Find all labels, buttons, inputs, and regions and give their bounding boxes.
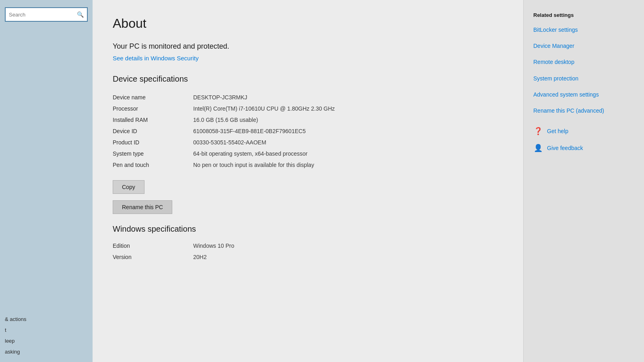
protection-text: Your PC is monitored and protected. xyxy=(113,42,499,51)
give-feedback-icon: 👤 xyxy=(533,143,543,153)
spec-value: 64-bit operating system, x64-based proce… xyxy=(193,148,499,159)
see-details-link[interactable]: See details in Windows Security xyxy=(113,55,198,62)
table-row: Installed RAM16.0 GB (15.6 GB usable) xyxy=(113,114,499,125)
device-specs-title: Device specifications xyxy=(113,74,499,84)
related-settings-link[interactable]: System protection xyxy=(533,75,634,82)
table-row: ProcessorIntel(R) Core(TM) i7-10610U CPU… xyxy=(113,103,499,114)
sidebar-item-t: t xyxy=(5,325,88,335)
spec-value: 00330-53051-55402-AAOEM xyxy=(193,137,499,148)
search-icon: 🔍 xyxy=(77,11,84,18)
copy-button[interactable]: Copy xyxy=(113,180,144,194)
spec-label: Product ID xyxy=(113,137,193,148)
spec-value: DESKTOP-JC3RMKJ xyxy=(193,92,499,103)
main-content: About Your PC is monitored and protected… xyxy=(93,0,523,362)
page-title: About xyxy=(113,16,499,31)
rename-pc-button[interactable]: Rename this PC xyxy=(113,200,172,214)
button-group: Copy Rename this PC xyxy=(113,180,499,220)
spec-label: Installed RAM xyxy=(113,114,193,125)
spec-label: Edition xyxy=(113,240,193,251)
related-settings-title: Related settings xyxy=(533,12,634,18)
search-bar[interactable]: 🔍 xyxy=(5,7,88,22)
help-label[interactable]: Give feedback xyxy=(547,145,583,151)
help-item[interactable]: ❓ Get help xyxy=(533,126,634,136)
sidebar-item-sleep: leep xyxy=(5,335,88,346)
table-row: EditionWindows 10 Pro xyxy=(113,240,499,251)
spec-value: Intel(R) Core(TM) i7-10610U CPU @ 1.80GH… xyxy=(193,103,499,114)
related-links-container: BitLocker settingsDevice ManagerRemote d… xyxy=(533,26,634,114)
get-help-icon: ❓ xyxy=(533,126,543,136)
table-row: Device ID61008058-315F-4EB9-881E-0B2F796… xyxy=(113,125,499,137)
related-settings-link[interactable]: Device Manager xyxy=(533,42,634,49)
sidebar-item-actions: & actions xyxy=(5,314,88,325)
table-row: System type64-bit operating system, x64-… xyxy=(113,148,499,159)
spec-label: Device ID xyxy=(113,125,193,137)
spec-label: Device name xyxy=(113,92,193,103)
device-specs-table: Device nameDESKTOP-JC3RMKJProcessorIntel… xyxy=(113,92,499,171)
help-item[interactable]: 👤 Give feedback xyxy=(533,143,634,153)
help-label[interactable]: Get help xyxy=(547,128,568,134)
windows-specs-title: Windows specifications xyxy=(113,224,499,234)
sidebar-bottom: & actions t leep asking xyxy=(0,309,93,362)
sidebar-item-tasking: asking xyxy=(5,346,88,357)
related-settings-link[interactable]: Remote desktop xyxy=(533,58,634,66)
table-row: Product ID00330-53051-55402-AAOEM xyxy=(113,137,499,148)
sidebar: 🔍 & actions t leep asking xyxy=(0,0,93,362)
spec-label: Pen and touch xyxy=(113,159,193,171)
table-row: Pen and touchNo pen or touch input is av… xyxy=(113,159,499,171)
windows-specs-table: EditionWindows 10 ProVersion20H2 xyxy=(113,240,499,263)
related-settings-link[interactable]: Advanced system settings xyxy=(533,91,634,98)
spec-label: Processor xyxy=(113,103,193,114)
spec-value: No pen or touch input is available for t… xyxy=(193,159,499,171)
spec-label: Version xyxy=(113,251,193,263)
table-row: Version20H2 xyxy=(113,251,499,263)
spec-label: System type xyxy=(113,148,193,159)
search-input[interactable] xyxy=(9,12,77,18)
related-settings-link[interactable]: Rename this PC (advanced) xyxy=(533,107,634,114)
help-section: ❓ Get help 👤 Give feedback xyxy=(533,126,634,153)
spec-value: 16.0 GB (15.6 GB usable) xyxy=(193,114,499,125)
table-row: Device nameDESKTOP-JC3RMKJ xyxy=(113,92,499,103)
related-settings-link[interactable]: BitLocker settings xyxy=(533,26,634,33)
right-panel: Related settings BitLocker settingsDevic… xyxy=(523,0,644,362)
spec-value: 20H2 xyxy=(193,251,499,263)
spec-value: 61008058-315F-4EB9-881E-0B2F79601EC5 xyxy=(193,125,499,137)
spec-value: Windows 10 Pro xyxy=(193,240,499,251)
